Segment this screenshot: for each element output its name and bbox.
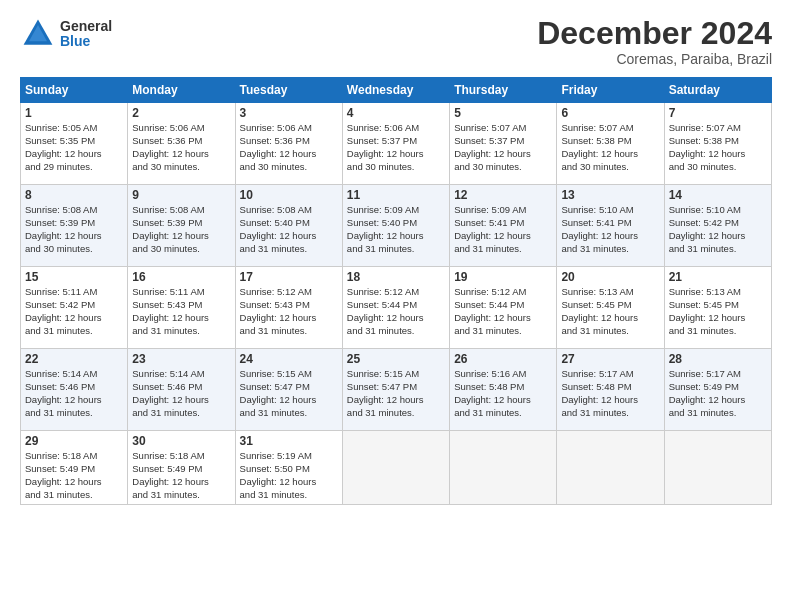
day-number: 3: [240, 106, 338, 120]
calendar-week-row: 22Sunrise: 5:14 AMSunset: 5:46 PMDayligh…: [21, 349, 772, 431]
calendar-day-cell: 29Sunrise: 5:18 AMSunset: 5:49 PMDayligh…: [21, 431, 128, 505]
day-number: 7: [669, 106, 767, 120]
day-number: 8: [25, 188, 123, 202]
calendar-day-cell: 15Sunrise: 5:11 AMSunset: 5:42 PMDayligh…: [21, 267, 128, 349]
day-info: Sunrise: 5:11 AMSunset: 5:43 PMDaylight:…: [132, 286, 230, 337]
logo: General Blue: [20, 16, 112, 52]
calendar-day-cell: 26Sunrise: 5:16 AMSunset: 5:48 PMDayligh…: [450, 349, 557, 431]
weekday-header: Wednesday: [342, 78, 449, 103]
day-number: 1: [25, 106, 123, 120]
calendar-day-cell: [664, 431, 771, 505]
day-number: 4: [347, 106, 445, 120]
logo-text: General Blue: [60, 19, 112, 50]
calendar-table: SundayMondayTuesdayWednesdayThursdayFrid…: [20, 77, 772, 505]
day-number: 11: [347, 188, 445, 202]
day-info: Sunrise: 5:06 AMSunset: 5:36 PMDaylight:…: [240, 122, 338, 173]
calendar-day-cell: 21Sunrise: 5:13 AMSunset: 5:45 PMDayligh…: [664, 267, 771, 349]
day-info: Sunrise: 5:06 AMSunset: 5:37 PMDaylight:…: [347, 122, 445, 173]
calendar-day-cell: 31Sunrise: 5:19 AMSunset: 5:50 PMDayligh…: [235, 431, 342, 505]
day-number: 18: [347, 270, 445, 284]
day-number: 13: [561, 188, 659, 202]
day-number: 23: [132, 352, 230, 366]
calendar-day-cell: 5Sunrise: 5:07 AMSunset: 5:37 PMDaylight…: [450, 103, 557, 185]
day-number: 31: [240, 434, 338, 448]
day-number: 16: [132, 270, 230, 284]
day-info: Sunrise: 5:12 AMSunset: 5:43 PMDaylight:…: [240, 286, 338, 337]
day-info: Sunrise: 5:12 AMSunset: 5:44 PMDaylight:…: [454, 286, 552, 337]
day-info: Sunrise: 5:08 AMSunset: 5:39 PMDaylight:…: [132, 204, 230, 255]
day-number: 30: [132, 434, 230, 448]
day-number: 9: [132, 188, 230, 202]
calendar-day-cell: 1Sunrise: 5:05 AMSunset: 5:35 PMDaylight…: [21, 103, 128, 185]
day-number: 15: [25, 270, 123, 284]
day-number: 25: [347, 352, 445, 366]
day-number: 24: [240, 352, 338, 366]
day-info: Sunrise: 5:08 AMSunset: 5:39 PMDaylight:…: [25, 204, 123, 255]
day-info: Sunrise: 5:17 AMSunset: 5:48 PMDaylight:…: [561, 368, 659, 419]
day-info: Sunrise: 5:15 AMSunset: 5:47 PMDaylight:…: [240, 368, 338, 419]
day-info: Sunrise: 5:10 AMSunset: 5:41 PMDaylight:…: [561, 204, 659, 255]
calendar-day-cell: 8Sunrise: 5:08 AMSunset: 5:39 PMDaylight…: [21, 185, 128, 267]
day-info: Sunrise: 5:07 AMSunset: 5:38 PMDaylight:…: [561, 122, 659, 173]
page-header: General Blue December 2024 Coremas, Para…: [20, 16, 772, 67]
calendar-day-cell: 28Sunrise: 5:17 AMSunset: 5:49 PMDayligh…: [664, 349, 771, 431]
day-info: Sunrise: 5:13 AMSunset: 5:45 PMDaylight:…: [561, 286, 659, 337]
calendar-day-cell: 3Sunrise: 5:06 AMSunset: 5:36 PMDaylight…: [235, 103, 342, 185]
calendar-day-cell: 9Sunrise: 5:08 AMSunset: 5:39 PMDaylight…: [128, 185, 235, 267]
day-info: Sunrise: 5:07 AMSunset: 5:38 PMDaylight:…: [669, 122, 767, 173]
day-info: Sunrise: 5:10 AMSunset: 5:42 PMDaylight:…: [669, 204, 767, 255]
calendar-day-cell: 10Sunrise: 5:08 AMSunset: 5:40 PMDayligh…: [235, 185, 342, 267]
day-info: Sunrise: 5:14 AMSunset: 5:46 PMDaylight:…: [25, 368, 123, 419]
weekday-header: Friday: [557, 78, 664, 103]
calendar-day-cell: 25Sunrise: 5:15 AMSunset: 5:47 PMDayligh…: [342, 349, 449, 431]
calendar-week-row: 15Sunrise: 5:11 AMSunset: 5:42 PMDayligh…: [21, 267, 772, 349]
logo-general: General: [60, 19, 112, 34]
day-info: Sunrise: 5:14 AMSunset: 5:46 PMDaylight:…: [132, 368, 230, 419]
day-info: Sunrise: 5:13 AMSunset: 5:45 PMDaylight:…: [669, 286, 767, 337]
calendar-day-cell: [557, 431, 664, 505]
day-number: 29: [25, 434, 123, 448]
day-number: 27: [561, 352, 659, 366]
calendar-day-cell: 6Sunrise: 5:07 AMSunset: 5:38 PMDaylight…: [557, 103, 664, 185]
calendar-day-cell: 11Sunrise: 5:09 AMSunset: 5:40 PMDayligh…: [342, 185, 449, 267]
logo-blue: Blue: [60, 34, 112, 49]
day-info: Sunrise: 5:15 AMSunset: 5:47 PMDaylight:…: [347, 368, 445, 419]
day-number: 21: [669, 270, 767, 284]
calendar-day-cell: 20Sunrise: 5:13 AMSunset: 5:45 PMDayligh…: [557, 267, 664, 349]
calendar-week-row: 1Sunrise: 5:05 AMSunset: 5:35 PMDaylight…: [21, 103, 772, 185]
calendar-day-cell: 17Sunrise: 5:12 AMSunset: 5:43 PMDayligh…: [235, 267, 342, 349]
calendar-day-cell: [450, 431, 557, 505]
calendar-day-cell: 23Sunrise: 5:14 AMSunset: 5:46 PMDayligh…: [128, 349, 235, 431]
day-number: 2: [132, 106, 230, 120]
day-info: Sunrise: 5:12 AMSunset: 5:44 PMDaylight:…: [347, 286, 445, 337]
day-number: 26: [454, 352, 552, 366]
weekday-header: Saturday: [664, 78, 771, 103]
day-number: 12: [454, 188, 552, 202]
calendar-day-cell: 19Sunrise: 5:12 AMSunset: 5:44 PMDayligh…: [450, 267, 557, 349]
calendar-day-cell: 27Sunrise: 5:17 AMSunset: 5:48 PMDayligh…: [557, 349, 664, 431]
day-number: 17: [240, 270, 338, 284]
calendar-day-cell: 16Sunrise: 5:11 AMSunset: 5:43 PMDayligh…: [128, 267, 235, 349]
day-number: 22: [25, 352, 123, 366]
day-info: Sunrise: 5:16 AMSunset: 5:48 PMDaylight:…: [454, 368, 552, 419]
calendar-day-cell: 7Sunrise: 5:07 AMSunset: 5:38 PMDaylight…: [664, 103, 771, 185]
weekday-header: Monday: [128, 78, 235, 103]
calendar-day-cell: 4Sunrise: 5:06 AMSunset: 5:37 PMDaylight…: [342, 103, 449, 185]
day-info: Sunrise: 5:09 AMSunset: 5:41 PMDaylight:…: [454, 204, 552, 255]
day-info: Sunrise: 5:07 AMSunset: 5:37 PMDaylight:…: [454, 122, 552, 173]
title-block: December 2024 Coremas, Paraiba, Brazil: [537, 16, 772, 67]
calendar-day-cell: 18Sunrise: 5:12 AMSunset: 5:44 PMDayligh…: [342, 267, 449, 349]
day-info: Sunrise: 5:18 AMSunset: 5:49 PMDaylight:…: [132, 450, 230, 501]
day-number: 20: [561, 270, 659, 284]
month-title: December 2024: [537, 16, 772, 51]
day-info: Sunrise: 5:18 AMSunset: 5:49 PMDaylight:…: [25, 450, 123, 501]
calendar-day-cell: 24Sunrise: 5:15 AMSunset: 5:47 PMDayligh…: [235, 349, 342, 431]
weekday-header: Tuesday: [235, 78, 342, 103]
day-info: Sunrise: 5:05 AMSunset: 5:35 PMDaylight:…: [25, 122, 123, 173]
day-info: Sunrise: 5:08 AMSunset: 5:40 PMDaylight:…: [240, 204, 338, 255]
calendar-week-row: 29Sunrise: 5:18 AMSunset: 5:49 PMDayligh…: [21, 431, 772, 505]
weekday-header: Sunday: [21, 78, 128, 103]
weekday-header: Thursday: [450, 78, 557, 103]
day-info: Sunrise: 5:06 AMSunset: 5:36 PMDaylight:…: [132, 122, 230, 173]
calendar-week-row: 8Sunrise: 5:08 AMSunset: 5:39 PMDaylight…: [21, 185, 772, 267]
